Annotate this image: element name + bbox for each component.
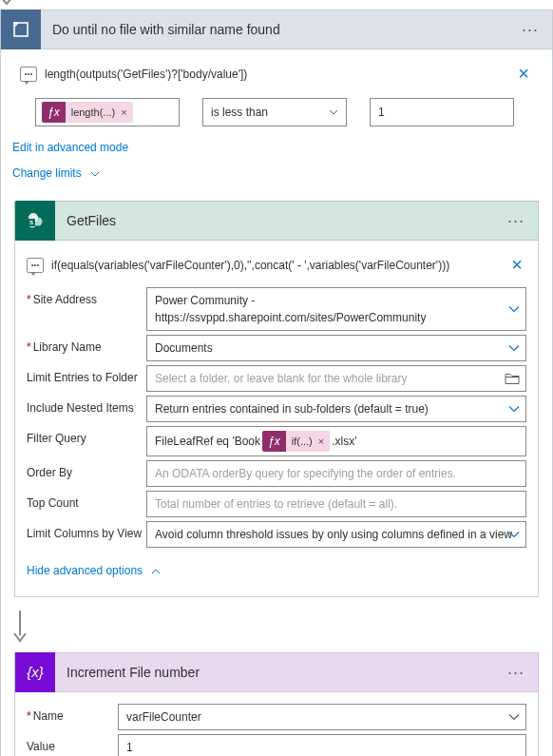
flow-arrow [12,597,541,652]
svg-text:{x}: {x} [27,664,44,680]
inc-value-field[interactable]: 1 [118,734,526,756]
getfiles-expression-bar: ••• if(equals(variables('varFileCounter'… [27,246,526,283]
site-address-field[interactable]: Power Community - https://ssvppd.sharepo… [146,287,526,331]
flow-arrow-in [0,0,553,10]
chevron-down-icon[interactable] [508,406,520,413]
chevron-down-icon[interactable] [508,714,520,721]
getfiles-header[interactable]: S GetFiles ··· [14,201,539,241]
condition-operator[interactable]: is less than [202,98,347,126]
do-until-menu[interactable]: ··· [518,20,543,40]
limit-folder-label: Limit Entries to Folder [27,365,146,384]
do-until-title: Do until no file with similar name found [41,22,518,37]
library-name-label: Library Name [27,335,146,354]
edit-advanced-link[interactable]: Edit in advanced mode [12,141,128,154]
order-by-label: Order By [27,460,146,479]
inc-name-label: Name [27,704,118,723]
library-name-field[interactable]: Documents [146,335,526,361]
limit-columns-label: Limit Columns by View [27,521,146,540]
chevron-down-icon[interactable] [508,306,520,313]
expression-icon: ••• [20,67,37,82]
expression-icon: ••• [27,258,44,273]
hide-advanced-link[interactable]: Hide advanced options [27,564,161,577]
nested-field[interactable]: Return entries contained in sub-folders … [146,396,526,422]
condition-left[interactable]: ƒx length(...) × [35,98,180,126]
filter-query-label: Filter Query [27,426,146,445]
condition-expression-bar: ••• length(outputs('GetFiles')?['body/va… [12,57,541,90]
condition-expression: length(outputs('GetFiles')?['body/value'… [45,68,514,81]
getfiles-title: GetFiles [55,213,504,228]
svg-text:S: S [29,220,33,225]
do-until-icon [1,10,41,49]
condition-right[interactable]: 1 [370,98,514,126]
filter-query-field[interactable]: FileLeafRef eq 'Book ƒx if(...) × .xlsx' [146,426,526,456]
getfiles-menu[interactable]: ··· [504,211,528,231]
top-count-label: Top Count [27,491,146,510]
getfiles-expr-clear[interactable]: × [507,254,526,276]
token-remove[interactable]: × [318,436,330,447]
chevron-up-icon [151,569,161,574]
getfiles-body: ••• if(equals(variables('varFileCounter'… [14,241,539,597]
variable-icon: {x} [15,652,55,692]
increment-body: Name varFileCounter Value 1 [14,692,539,756]
increment-menu[interactable]: ··· [504,663,528,683]
nested-label: Include Nested Items [27,396,146,415]
condition-clear[interactable]: × [514,63,533,85]
chevron-down-icon[interactable] [508,532,520,538]
length-token[interactable]: ƒx length(...) × [42,102,133,123]
increment-title: Increment File number [55,665,504,680]
sharepoint-icon: S [15,201,55,241]
site-address-label: Site Address [27,287,146,306]
getfiles-card: S GetFiles ··· ••• if(equals(variables('… [14,201,539,597]
condition-row: ƒx length(...) × is less than 1 [12,90,541,134]
limit-folder-field[interactable]: Select a folder, or leave blank for the … [146,365,526,392]
do-until-header[interactable]: Do until no file with similar name found… [0,10,553,49]
getfiles-expression: if(equals(variables('varFileCounter'),0)… [51,259,507,272]
increment-header[interactable]: {x} Increment File number ··· [14,652,539,692]
inc-value-label: Value [27,734,118,753]
limit-columns-field[interactable]: Avoid column threshold issues by only us… [146,521,526,548]
change-limits-link[interactable]: Change limits [12,166,100,180]
chevron-down-icon [329,109,338,115]
do-until-body: ••• length(outputs('GetFiles')?['body/va… [0,49,553,756]
if-token[interactable]: ƒx if(...) × [262,431,330,452]
fx-icon: ƒx [262,431,286,452]
top-count-field[interactable]: Total number of entries to retrieve (def… [146,491,526,517]
inc-name-field[interactable]: varFileCounter [118,704,526,730]
increment-card: {x} Increment File number ··· Name varFi… [14,652,539,756]
chevron-down-icon[interactable] [508,345,520,352]
order-by-field[interactable]: An ODATA orderBy query for specifying th… [146,460,526,487]
chevron-down-icon [90,171,100,177]
fx-icon: ƒx [42,102,66,123]
token-remove[interactable]: × [121,107,132,118]
folder-icon[interactable] [505,373,520,385]
